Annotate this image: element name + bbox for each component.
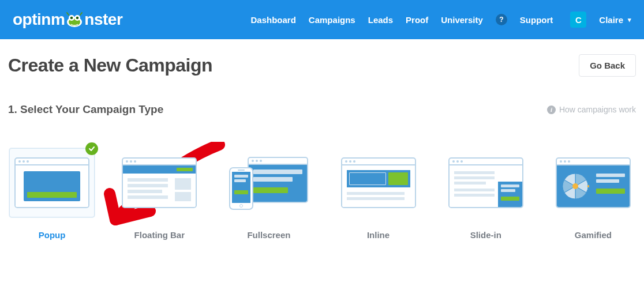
- help-icon[interactable]: ?: [496, 14, 507, 25]
- help-link-label: How campaigns work: [559, 105, 636, 114]
- nav-university[interactable]: University: [441, 15, 483, 25]
- campaign-type-popup[interactable]: Popup: [9, 148, 95, 240]
- type-label: Fullscreen: [224, 230, 313, 240]
- campaign-type-slidein[interactable]: Slide-in: [443, 148, 529, 240]
- floating-bar-thumb: [117, 148, 202, 217]
- page-content: Create a New Campaign Go Back 1. Select …: [0, 39, 644, 240]
- inline-thumb: [335, 148, 421, 217]
- nav-dashboard[interactable]: Dashboard: [251, 15, 296, 25]
- svg-point-7: [572, 183, 578, 189]
- topbar: optinm nster Dashboard Campaigns Leads P…: [0, 0, 644, 39]
- nav-leads[interactable]: Leads: [368, 15, 393, 25]
- chevron-down-icon: ▾: [628, 16, 631, 24]
- type-label: Slide-in: [443, 230, 529, 240]
- section-header: 1. Select Your Campaign Type i How campa…: [8, 103, 636, 116]
- svg-point-5: [76, 17, 79, 20]
- selected-check-icon: [85, 142, 98, 155]
- user-menu[interactable]: Claire ▾: [599, 15, 631, 25]
- campaign-type-fullscreen[interactable]: Fullscreen: [224, 148, 313, 240]
- popup-thumb: [9, 148, 95, 217]
- logo[interactable]: optinm nster: [13, 10, 122, 29]
- go-back-button[interactable]: Go Back: [579, 54, 636, 77]
- campaign-type-grid: Popup Floating Bar: [8, 148, 636, 240]
- gamified-thumb: [551, 148, 636, 217]
- wheel-icon: [561, 172, 589, 200]
- info-icon: i: [547, 106, 556, 114]
- svg-point-4: [70, 17, 73, 20]
- nav-support[interactable]: Support: [520, 15, 553, 25]
- nav-campaigns[interactable]: Campaigns: [309, 15, 355, 25]
- type-label: Popup: [9, 230, 95, 240]
- main-nav: Dashboard Campaigns Leads Proof Universi…: [251, 12, 632, 28]
- monster-icon: [65, 12, 84, 28]
- fullscreen-thumb: [224, 148, 313, 217]
- campaign-type-gamified[interactable]: Gamified: [551, 148, 636, 240]
- nav-proof[interactable]: Proof: [406, 15, 428, 25]
- type-label: Gamified: [551, 230, 636, 240]
- campaign-type-inline[interactable]: Inline: [335, 148, 421, 240]
- slidein-thumb: [443, 148, 529, 217]
- page-title: Create a New Campaign: [8, 55, 212, 76]
- campaign-type-floating-bar[interactable]: Floating Bar: [117, 148, 202, 240]
- page-header: Create a New Campaign Go Back: [8, 54, 636, 77]
- avatar[interactable]: C: [570, 12, 586, 28]
- section-title: 1. Select Your Campaign Type: [8, 103, 163, 116]
- user-name: Claire: [599, 15, 623, 25]
- how-campaigns-work-link[interactable]: i How campaigns work: [547, 105, 636, 114]
- type-label: Floating Bar: [117, 230, 202, 240]
- type-label: Inline: [335, 230, 421, 240]
